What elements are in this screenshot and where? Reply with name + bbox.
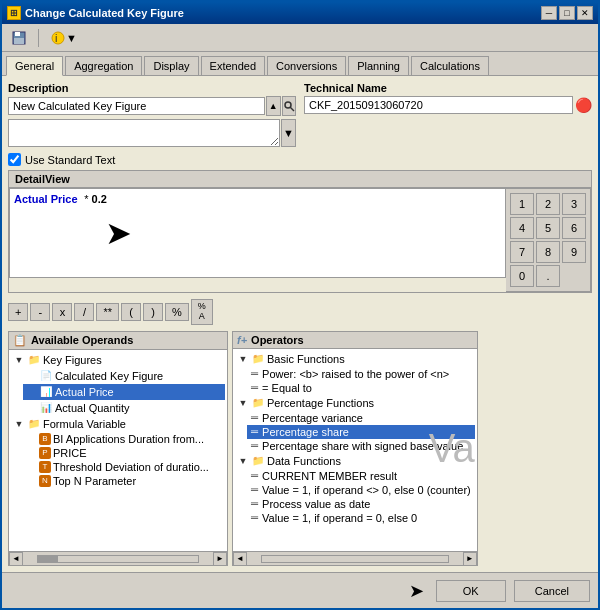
numpad-9[interactable]: 9 bbox=[562, 241, 586, 263]
save-button[interactable] bbox=[6, 27, 32, 49]
technical-name-input[interactable] bbox=[304, 96, 573, 114]
ops-item-process-date[interactable]: ═ Process value as date bbox=[247, 497, 475, 511]
va-watermark: Va bbox=[429, 426, 475, 471]
operands-tree[interactable]: ▼ 📁 Key Figures 📄 Calculated Key Figure bbox=[9, 350, 227, 551]
ops-group-percentage[interactable]: ▼ 📁 Percentage Functions bbox=[235, 395, 475, 411]
doc-icon-aq: 📊 bbox=[39, 401, 53, 415]
numpad-8[interactable]: 8 bbox=[536, 241, 560, 263]
scroll-right-arrow[interactable]: ► bbox=[213, 552, 227, 566]
ops-item-power[interactable]: ═ Power: <b> raised to the power of <n> bbox=[247, 367, 475, 381]
tree-item-bi-apps[interactable]: B BI Applications Duration from... bbox=[23, 432, 225, 446]
numpad-5[interactable]: 5 bbox=[536, 217, 560, 239]
ops-item-value-zero[interactable]: ═ Value = 1, if operand = 0, else 0 bbox=[247, 511, 475, 525]
op-power[interactable]: ** bbox=[96, 303, 119, 321]
operands-scrollbar: ◄ ► bbox=[9, 551, 227, 565]
ops-dash-variance: ═ bbox=[251, 412, 258, 423]
doc-icon-bi: B bbox=[39, 433, 51, 445]
ops-scroll-right[interactable]: ► bbox=[463, 552, 477, 566]
op-multiply[interactable]: x bbox=[52, 303, 72, 321]
doc-icon-ap: 📊 bbox=[39, 385, 53, 399]
expand-icon: ▼ bbox=[13, 354, 25, 366]
op-percent[interactable]: % bbox=[165, 303, 189, 321]
ops-dash-power: ═ bbox=[251, 368, 258, 379]
svg-point-3 bbox=[52, 32, 64, 44]
tree-item-calculated-kf[interactable]: 📄 Calculated Key Figure bbox=[23, 368, 225, 384]
ops-item-value-counter[interactable]: ═ Value = 1, if operand <> 0, else 0 (co… bbox=[247, 483, 475, 497]
numpad-2[interactable]: 2 bbox=[536, 193, 560, 215]
ok-button[interactable]: OK bbox=[436, 580, 506, 602]
folder-basic: 📁 bbox=[251, 352, 265, 366]
op-divide[interactable]: / bbox=[74, 303, 94, 321]
description-expand-button[interactable]: ▲ bbox=[266, 96, 280, 116]
tree-item-threshold[interactable]: T Threshold Deviation of duratio... bbox=[23, 460, 225, 474]
data-items: ═ CURRENT MEMBER result ═ Value = 1, if … bbox=[235, 469, 475, 525]
numpad-6[interactable]: 6 bbox=[562, 217, 586, 239]
numpad-1[interactable]: 1 bbox=[510, 193, 534, 215]
actual-quantity-label: Actual Quantity bbox=[55, 402, 130, 414]
dropdown-button[interactable]: i ▼ bbox=[45, 27, 82, 49]
description-search-button[interactable] bbox=[282, 96, 296, 116]
op-plus[interactable]: + bbox=[8, 303, 28, 321]
maximize-button[interactable]: □ bbox=[559, 6, 575, 20]
tree-root-formula-var[interactable]: ▼ 📁 Formula Variable bbox=[11, 416, 225, 432]
ops-scroll-left[interactable]: ◄ bbox=[233, 552, 247, 566]
tree-item-top-n[interactable]: N Top N Parameter bbox=[23, 474, 225, 488]
op-minus[interactable]: - bbox=[30, 303, 50, 321]
top-n-label: Top N Parameter bbox=[53, 475, 136, 487]
detail-view-section: DetailView Actual Price * 0.2 ➤ 1 2 3 bbox=[8, 170, 592, 293]
tab-general[interactable]: General bbox=[6, 56, 63, 76]
percentage-functions-label: Percentage Functions bbox=[267, 397, 374, 409]
op-percent-a[interactable]: %A bbox=[191, 299, 213, 325]
description-scrollbar[interactable]: ▼ bbox=[281, 119, 296, 147]
folder-data: 📁 bbox=[251, 454, 265, 468]
tab-display[interactable]: Display bbox=[144, 56, 198, 75]
numpad-0[interactable]: 0 bbox=[510, 265, 534, 287]
expand-icon-bi bbox=[25, 433, 37, 445]
basic-items: ═ Power: <b> raised to the power of <n> … bbox=[235, 367, 475, 395]
ops-item-equal[interactable]: ═ = Equal to bbox=[247, 381, 475, 395]
minimize-button[interactable]: ─ bbox=[541, 6, 557, 20]
actual-price-label: Actual Price bbox=[55, 386, 114, 398]
op-open-paren[interactable]: ( bbox=[121, 303, 141, 321]
tab-extended[interactable]: Extended bbox=[201, 56, 265, 75]
save-icon bbox=[11, 30, 27, 46]
bottom-panels: 📋 Available Operands ▼ 📁 Key Figures 📄 bbox=[8, 331, 592, 566]
description-input[interactable] bbox=[8, 97, 265, 115]
ops-group-basic[interactable]: ▼ 📁 Basic Functions bbox=[235, 351, 475, 367]
technical-name-group: Technical Name 🔴 bbox=[304, 82, 592, 147]
calculated-kf-label: Calculated Key Figure bbox=[55, 370, 163, 382]
scroll-left-arrow[interactable]: ◄ bbox=[9, 552, 23, 566]
description-extra: ▼ bbox=[8, 119, 296, 147]
tree-indent-fv: B BI Applications Duration from... P PRI… bbox=[11, 432, 225, 488]
toolbar-separator bbox=[38, 29, 39, 47]
numpad-7[interactable]: 7 bbox=[510, 241, 534, 263]
toolbar: i ▼ bbox=[2, 24, 598, 52]
numpad-4[interactable]: 4 bbox=[510, 217, 534, 239]
tree-item-actual-price[interactable]: 📊 Actual Price bbox=[23, 384, 225, 400]
description-label: Description bbox=[8, 82, 296, 94]
cancel-button[interactable]: Cancel bbox=[514, 580, 590, 602]
tab-planning[interactable]: Planning bbox=[348, 56, 409, 75]
detail-editor[interactable]: Actual Price * 0.2 ➤ bbox=[9, 188, 506, 278]
tree-indent-kf: 📄 Calculated Key Figure 📊 Actual Price 📊… bbox=[11, 368, 225, 416]
ops-scroll-track[interactable] bbox=[261, 555, 449, 563]
numpad-3[interactable]: 3 bbox=[562, 193, 586, 215]
ops-dash-share-signed: ═ bbox=[251, 440, 258, 451]
op-close-paren[interactable]: ) bbox=[143, 303, 163, 321]
description-textarea[interactable] bbox=[8, 119, 280, 147]
error-icon: 🔴 bbox=[575, 97, 592, 113]
tree-item-price[interactable]: P PRICE bbox=[23, 446, 225, 460]
tab-conversions[interactable]: Conversions bbox=[267, 56, 346, 75]
scroll-track[interactable] bbox=[37, 555, 199, 563]
tab-aggregation[interactable]: Aggregation bbox=[65, 56, 142, 75]
close-button[interactable]: ✕ bbox=[577, 6, 593, 20]
tab-calculations[interactable]: Calculations bbox=[411, 56, 489, 75]
tree-root-key-figures[interactable]: ▼ 📁 Key Figures bbox=[11, 352, 225, 368]
dropdown-icon: i bbox=[50, 30, 66, 46]
ops-item-variance[interactable]: ═ Percentage variance bbox=[247, 411, 475, 425]
tree-item-actual-quantity[interactable]: 📊 Actual Quantity bbox=[23, 400, 225, 416]
numpad-dot[interactable]: . bbox=[536, 265, 560, 287]
ops-dash-current: ═ bbox=[251, 470, 258, 481]
expand-percentage: ▼ bbox=[237, 397, 249, 409]
use-standard-text-checkbox[interactable] bbox=[8, 153, 21, 166]
